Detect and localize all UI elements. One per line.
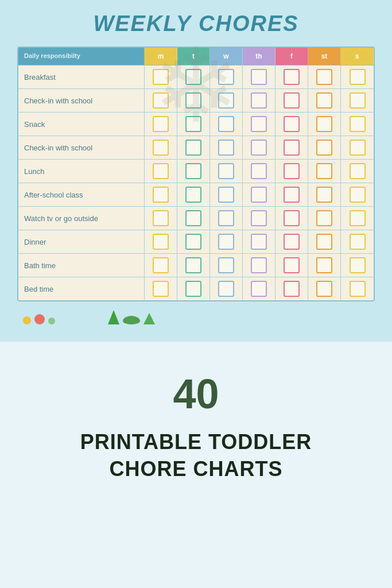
check-cell[interactable]	[275, 89, 308, 112]
check-cell[interactable]	[341, 89, 374, 112]
check-cell[interactable]	[275, 65, 308, 88]
check-cell[interactable]	[341, 207, 374, 230]
checkbox[interactable]	[251, 210, 267, 226]
check-cell[interactable]	[341, 277, 374, 300]
checkbox[interactable]	[284, 140, 300, 156]
checkbox[interactable]	[350, 116, 366, 132]
checkbox[interactable]	[284, 234, 300, 250]
check-cell[interactable]	[275, 207, 308, 230]
check-cell[interactable]	[275, 113, 308, 136]
check-cell[interactable]	[177, 207, 210, 230]
checkbox[interactable]	[153, 210, 169, 226]
checkbox[interactable]	[350, 92, 366, 109]
check-cell[interactable]	[308, 277, 341, 300]
check-cell[interactable]	[177, 160, 210, 183]
check-cell[interactable]	[341, 65, 374, 88]
checkbox[interactable]	[350, 210, 366, 226]
checkbox[interactable]	[350, 234, 366, 250]
check-cell[interactable]	[243, 160, 275, 183]
checkbox[interactable]	[350, 257, 366, 273]
checkbox[interactable]	[350, 281, 366, 297]
check-cell[interactable]	[145, 207, 177, 230]
checkbox[interactable]	[316, 187, 332, 203]
checkbox[interactable]	[185, 234, 201, 250]
check-cell[interactable]	[308, 207, 341, 230]
check-cell[interactable]	[145, 183, 177, 206]
check-cell[interactable]	[308, 254, 341, 277]
check-cell[interactable]	[341, 230, 374, 253]
check-cell[interactable]	[341, 113, 374, 136]
check-cell[interactable]	[243, 254, 275, 277]
check-cell[interactable]	[341, 183, 374, 206]
check-cell[interactable]	[243, 277, 275, 300]
checkbox[interactable]	[251, 281, 267, 297]
checkbox[interactable]	[284, 69, 300, 85]
checkbox[interactable]	[218, 163, 234, 179]
checkbox[interactable]	[316, 234, 332, 250]
check-cell[interactable]	[177, 254, 210, 277]
check-cell[interactable]	[145, 254, 177, 277]
checkbox[interactable]	[185, 187, 201, 203]
checkbox[interactable]	[218, 210, 234, 226]
check-cell[interactable]	[210, 254, 243, 277]
checkbox[interactable]	[251, 257, 267, 273]
checkbox[interactable]	[153, 281, 169, 297]
checkbox[interactable]	[153, 257, 169, 273]
checkbox[interactable]	[316, 257, 332, 273]
checkbox[interactable]	[251, 187, 267, 203]
checkbox[interactable]	[316, 281, 332, 297]
check-cell[interactable]	[210, 183, 243, 206]
check-cell[interactable]	[308, 89, 341, 112]
checkbox[interactable]	[251, 163, 267, 179]
checkbox[interactable]	[284, 257, 300, 273]
checkbox[interactable]	[218, 187, 234, 203]
checkbox[interactable]	[153, 234, 169, 250]
check-cell[interactable]	[308, 160, 341, 183]
check-cell[interactable]	[341, 136, 374, 159]
checkbox[interactable]	[185, 281, 201, 297]
checkbox[interactable]	[350, 187, 366, 203]
checkbox[interactable]	[284, 187, 300, 203]
check-cell[interactable]	[177, 183, 210, 206]
check-cell[interactable]	[145, 230, 177, 253]
checkbox[interactable]	[153, 163, 169, 179]
check-cell[interactable]	[243, 230, 275, 253]
check-cell[interactable]	[177, 230, 210, 253]
check-cell[interactable]	[243, 183, 275, 206]
checkbox[interactable]	[284, 116, 300, 132]
checkbox[interactable]	[251, 234, 267, 250]
checkbox[interactable]	[218, 234, 234, 250]
checkbox[interactable]	[350, 69, 366, 85]
checkbox[interactable]	[284, 92, 300, 109]
check-cell[interactable]	[210, 230, 243, 253]
check-cell[interactable]	[275, 183, 308, 206]
checkbox[interactable]	[284, 163, 300, 179]
check-cell[interactable]	[308, 230, 341, 253]
checkbox[interactable]	[316, 116, 332, 132]
check-cell[interactable]	[308, 65, 341, 88]
checkbox[interactable]	[316, 92, 332, 109]
check-cell[interactable]	[341, 160, 374, 183]
checkbox[interactable]	[316, 140, 332, 156]
checkbox[interactable]	[350, 163, 366, 179]
check-cell[interactable]	[275, 230, 308, 253]
check-cell[interactable]	[243, 207, 275, 230]
check-cell[interactable]	[275, 136, 308, 159]
check-cell[interactable]	[275, 254, 308, 277]
check-cell[interactable]	[341, 254, 374, 277]
checkbox[interactable]	[218, 281, 234, 297]
check-cell[interactable]	[210, 160, 243, 183]
checkbox[interactable]	[316, 210, 332, 226]
check-cell[interactable]	[275, 277, 308, 300]
check-cell[interactable]	[308, 113, 341, 136]
check-cell[interactable]	[145, 277, 177, 300]
checkbox[interactable]	[153, 187, 169, 203]
check-cell[interactable]	[308, 136, 341, 159]
check-cell[interactable]	[210, 277, 243, 300]
checkbox[interactable]	[218, 257, 234, 273]
checkbox[interactable]	[316, 69, 332, 85]
check-cell[interactable]	[210, 207, 243, 230]
checkbox[interactable]	[185, 210, 201, 226]
checkbox[interactable]	[284, 281, 300, 297]
check-cell[interactable]	[177, 277, 210, 300]
